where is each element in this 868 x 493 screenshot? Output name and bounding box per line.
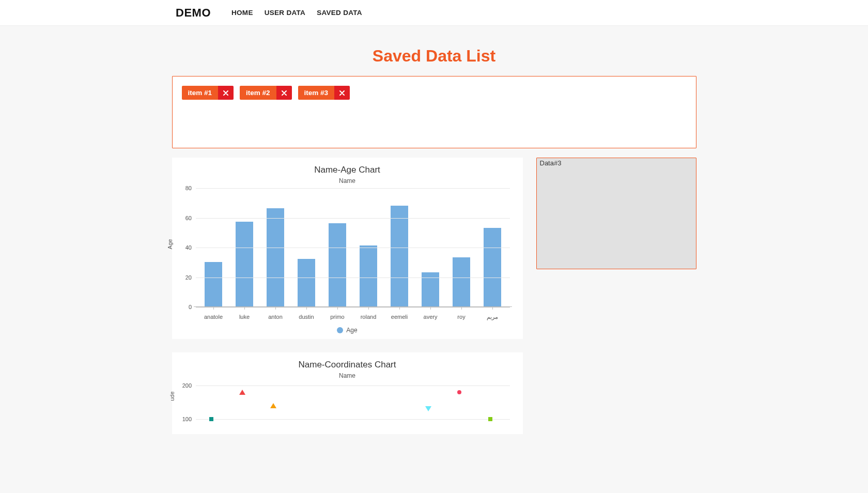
scatter-point[interactable] bbox=[209, 414, 214, 424]
bar[interactable] bbox=[329, 223, 346, 306]
y-tick: 40 bbox=[185, 244, 196, 251]
brand-logo[interactable]: DEMO bbox=[176, 6, 211, 20]
bar[interactable] bbox=[360, 245, 377, 306]
svg-point-4 bbox=[457, 390, 461, 394]
svg-rect-0 bbox=[209, 417, 213, 421]
y-tick: 60 bbox=[185, 215, 196, 221]
saved-item-chip[interactable]: item #2 bbox=[240, 86, 292, 100]
x-tick: avery bbox=[415, 314, 446, 320]
bar[interactable] bbox=[205, 262, 222, 306]
chart-title: Name-Coordinates Chart bbox=[176, 360, 519, 370]
name-age-chart-card: Name-Age Chart Name Age 020406080 anatol… bbox=[172, 158, 523, 339]
x-tick: anton bbox=[260, 314, 291, 320]
x-tick: dustin bbox=[291, 314, 322, 320]
bar[interactable] bbox=[267, 208, 284, 306]
bar[interactable] bbox=[236, 222, 253, 306]
chart-legend: Age bbox=[176, 327, 519, 334]
data-detail-label: Data#3 bbox=[540, 159, 562, 167]
x-tick: luke bbox=[229, 314, 260, 320]
y-tick: 100 bbox=[182, 416, 196, 422]
chip-label: item #2 bbox=[240, 86, 276, 100]
x-tick: roy bbox=[446, 314, 477, 320]
y-axis-label: ude bbox=[169, 391, 175, 400]
chart-subtitle: Name bbox=[176, 177, 519, 184]
scatter-point[interactable] bbox=[488, 414, 493, 424]
y-tick: 0 bbox=[189, 304, 196, 310]
chip-label: item #1 bbox=[182, 86, 219, 100]
navbar: DEMO HOME USER DATA SAVED DATA bbox=[0, 0, 868, 26]
nav-link-home[interactable]: HOME bbox=[231, 9, 253, 17]
bar[interactable] bbox=[391, 206, 408, 307]
legend-dot-icon bbox=[337, 327, 343, 333]
x-tick: roland bbox=[353, 314, 384, 320]
svg-marker-3 bbox=[425, 406, 431, 411]
bar[interactable] bbox=[453, 257, 470, 306]
chart-title: Name-Age Chart bbox=[176, 165, 519, 175]
chart-subtitle: Name bbox=[176, 372, 519, 379]
name-coordinates-chart-card: Name-Coordinates Chart Name ude 100200 bbox=[172, 352, 523, 434]
chip-label: item #3 bbox=[298, 86, 335, 100]
saved-item-chip[interactable]: item #3 bbox=[298, 86, 350, 100]
svg-marker-2 bbox=[270, 403, 276, 408]
x-tick: مريم bbox=[477, 314, 508, 320]
nav-link-saved-data[interactable]: SAVED DATA bbox=[317, 9, 362, 17]
saved-items-box: item #1item #2item #3 bbox=[172, 76, 696, 148]
y-tick: 200 bbox=[182, 382, 196, 389]
x-tick: eemeli bbox=[384, 314, 415, 320]
y-axis-label: Age bbox=[167, 239, 173, 249]
scatter-point[interactable] bbox=[239, 388, 245, 397]
saved-item-chip[interactable]: item #1 bbox=[182, 86, 234, 100]
saved-items-chips: item #1item #2item #3 bbox=[182, 86, 687, 100]
close-icon[interactable] bbox=[218, 86, 234, 100]
bar[interactable] bbox=[484, 228, 501, 306]
page-title: Saved Data List bbox=[172, 47, 696, 66]
svg-rect-5 bbox=[488, 417, 492, 421]
scatter-point[interactable] bbox=[425, 404, 431, 413]
bar[interactable] bbox=[298, 259, 315, 306]
svg-marker-1 bbox=[239, 390, 245, 395]
close-icon[interactable] bbox=[276, 86, 292, 100]
nav-link-user-data[interactable]: USER DATA bbox=[265, 9, 305, 17]
nav-links: HOME USER DATA SAVED DATA bbox=[231, 9, 362, 17]
data-detail-panel[interactable]: Data#3 bbox=[536, 158, 696, 269]
scatter-point[interactable] bbox=[270, 401, 276, 410]
y-tick: 80 bbox=[185, 185, 196, 191]
x-tick: primo bbox=[322, 314, 353, 320]
x-tick: anatole bbox=[198, 314, 229, 320]
close-icon[interactable] bbox=[334, 86, 350, 100]
scatter-point[interactable] bbox=[457, 388, 462, 397]
y-tick: 20 bbox=[185, 274, 196, 281]
legend-label: Age bbox=[346, 327, 357, 334]
